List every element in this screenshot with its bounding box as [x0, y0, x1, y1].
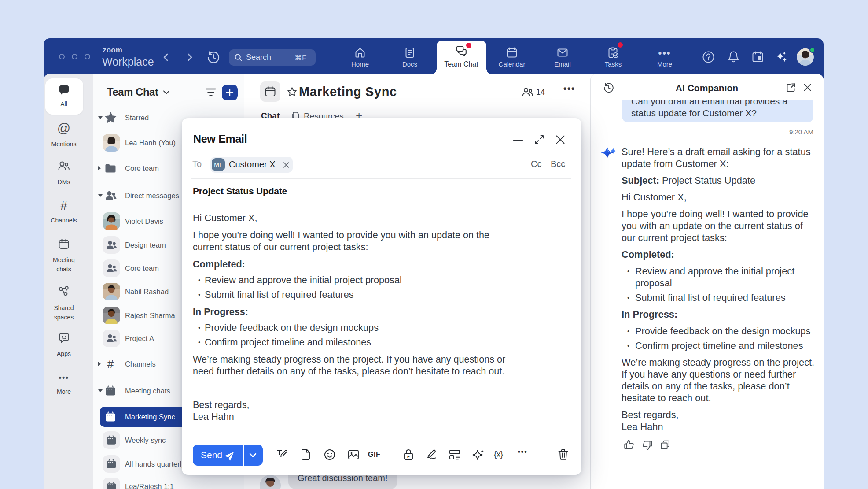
svg-text:E: E	[407, 455, 410, 459]
